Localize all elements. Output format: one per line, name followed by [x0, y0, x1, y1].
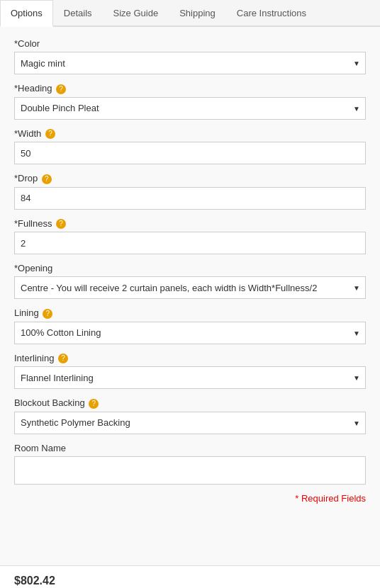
room-name-label: Room Name — [14, 443, 366, 453]
width-field-group: *Width ? — [14, 128, 366, 165]
interlining-select-wrapper: Flannel Interlining Bump Interlining No … — [14, 366, 366, 389]
lining-select[interactable]: 100% Cotton Lining Polyester Lining No L… — [14, 322, 366, 344]
room-name-input[interactable] — [14, 456, 366, 485]
color-field-group: *Color Magic mint White Cream Grey Navy — [14, 38, 366, 74]
heading-help-icon[interactable]: ? — [56, 84, 66, 94]
room-name-field-group: Room Name — [14, 443, 366, 485]
width-label: *Width ? — [14, 128, 366, 140]
heading-label: *Heading ? — [14, 83, 366, 94]
interlining-label: Interlining ? — [14, 353, 366, 364]
heading-select-wrapper: Double Pinch Pleat Single Pinch Pleat Ey… — [14, 97, 366, 120]
lining-label: Lining ? — [14, 307, 366, 319]
blockout-help-icon[interactable]: ? — [89, 399, 99, 409]
required-fields-note: * Required Fields — [14, 493, 366, 504]
fullness-help-icon[interactable]: ? — [56, 219, 66, 229]
drop-help-icon[interactable]: ? — [42, 174, 52, 184]
price-display: $802.42 — [14, 575, 366, 587]
opening-field-group: *Opening Centre - You will receive 2 cur… — [14, 263, 366, 299]
lining-select-wrapper: 100% Cotton Lining Polyester Lining No L… — [14, 322, 366, 344]
interlining-field-group: Interlining ? Flannel Interlining Bump I… — [14, 353, 366, 390]
tab-options[interactable]: Options — [0, 0, 53, 27]
blockout-label: Blockout Backing ? — [14, 397, 366, 409]
tab-care-instructions[interactable]: Care Instructions — [226, 0, 317, 26]
options-panel: *Color Magic mint White Cream Grey Navy … — [0, 27, 380, 565]
lining-field-group: Lining ? 100% Cotton Lining Polyester Li… — [14, 307, 366, 344]
bottom-section: $802.42 Qty: Add to Cart Add to Wishlist… — [0, 565, 380, 588]
interlining-select[interactable]: Flannel Interlining Bump Interlining No … — [14, 366, 366, 389]
interlining-help-icon[interactable]: ? — [58, 354, 68, 363]
blockout-field-group: Blockout Backing ? Synthetic Polymer Bac… — [14, 397, 366, 434]
heading-select[interactable]: Double Pinch Pleat Single Pinch Pleat Ey… — [14, 97, 366, 120]
drop-field-group: *Drop ? — [14, 173, 366, 210]
fullness-field-group: *Fullness ? — [14, 218, 366, 255]
color-label: *Color — [14, 38, 366, 49]
blockout-select[interactable]: Synthetic Polymer Backing Acrylic Backin… — [14, 412, 366, 434]
opening-select-wrapper: Centre - You will receive 2 curtain pane… — [14, 276, 366, 299]
tab-size-guide[interactable]: Size Guide — [103, 0, 169, 26]
fullness-input[interactable] — [14, 232, 366, 254]
opening-label: *Opening — [14, 263, 366, 273]
drop-input[interactable] — [14, 187, 366, 210]
fullness-label: *Fullness ? — [14, 218, 366, 230]
color-select[interactable]: Magic mint White Cream Grey Navy — [14, 52, 366, 74]
drop-label: *Drop ? — [14, 173, 366, 184]
blockout-select-wrapper: Synthetic Polymer Backing Acrylic Backin… — [14, 412, 366, 434]
tab-bar: Options Details Size Guide Shipping Care… — [0, 0, 380, 27]
width-input[interactable] — [14, 142, 366, 164]
heading-field-group: *Heading ? Double Pinch Pleat Single Pin… — [14, 83, 366, 120]
tab-shipping[interactable]: Shipping — [169, 0, 226, 26]
opening-select[interactable]: Centre - You will receive 2 curtain pane… — [14, 276, 366, 299]
lining-help-icon[interactable]: ? — [43, 309, 52, 319]
width-help-icon[interactable]: ? — [45, 129, 55, 139]
color-select-wrapper: Magic mint White Cream Grey Navy — [14, 52, 366, 74]
tab-details[interactable]: Details — [53, 0, 103, 26]
